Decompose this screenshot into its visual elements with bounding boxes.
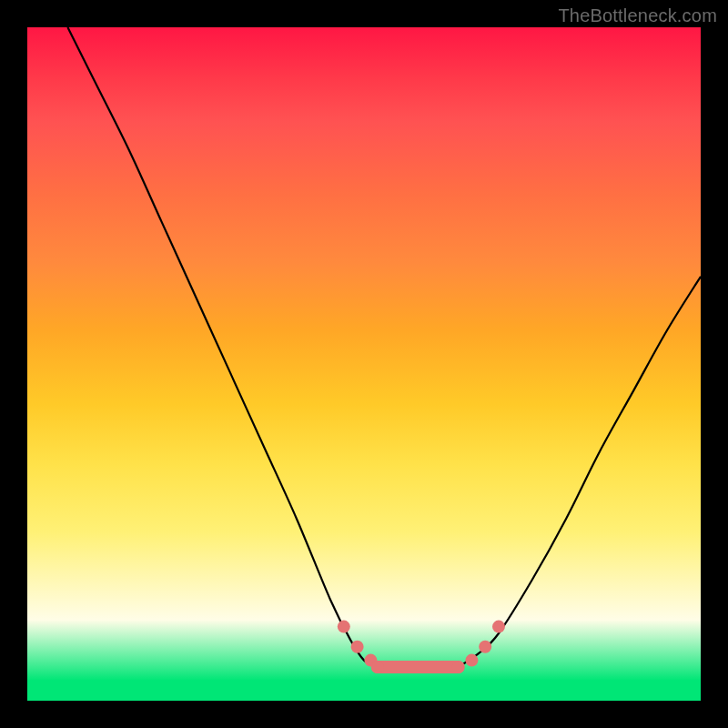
curve-marker [351,641,364,653]
curve-left-arm [67,27,377,667]
curve-marker [371,661,384,673]
watermark-label: TheBottleneck.com [558,5,717,26]
curve-marker [479,641,491,653]
chart-frame: TheBottleneck.com [0,0,728,728]
bottleneck-curve [27,27,701,701]
curve-marker [452,661,465,673]
curve-marker [492,621,505,633]
curve-marker [338,621,350,633]
curve-marker [465,654,478,667]
curve-right-arm [459,277,701,667]
plot-area [27,27,701,701]
